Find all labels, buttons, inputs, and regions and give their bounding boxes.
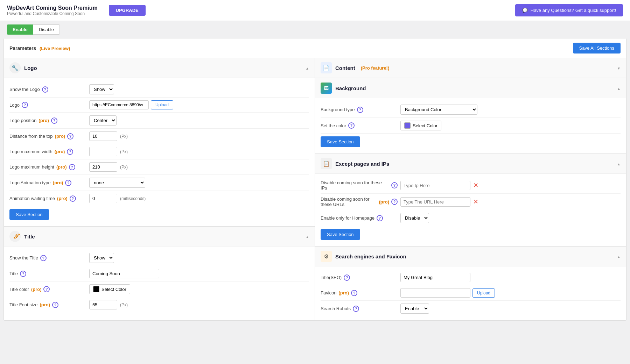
logo-maxheight-input[interactable] bbox=[89, 162, 117, 172]
title-value-help-icon[interactable]: ? bbox=[20, 271, 26, 277]
logo-upload-button[interactable]: Upload bbox=[151, 100, 173, 109]
except-ips-label-wrap: Disable coming soon for these IPs ? bbox=[321, 180, 398, 191]
logo-maxwidth-help-icon[interactable]: ? bbox=[67, 149, 73, 155]
logo-show-help-icon[interactable]: ? bbox=[42, 86, 48, 93]
title-color-help-icon[interactable]: ? bbox=[43, 286, 50, 292]
logo-anim-select[interactable]: none fade slide bounce bbox=[89, 178, 145, 188]
seo-robots-controls: Enable Disable bbox=[400, 304, 621, 314]
logo-save-section-button[interactable]: Save Section bbox=[9, 209, 49, 220]
title-section-body: Show the Title ? Show Hide bbox=[4, 247, 315, 316]
seo-favicon-input[interactable] bbox=[400, 288, 470, 298]
except-homepage-controls: Disable Enable bbox=[400, 213, 621, 223]
title-show-help-icon[interactable]: ? bbox=[40, 255, 47, 261]
except-urls-help-icon[interactable]: ? bbox=[391, 199, 398, 205]
params-title-wrap: Parameters (Live Preview) bbox=[9, 45, 70, 51]
content-section-header[interactable]: 📄 Content (Pro feature!) bbox=[315, 58, 626, 78]
logo-url-help-icon[interactable]: ? bbox=[22, 102, 28, 108]
seo-title-row: Title(SEO) ? bbox=[321, 270, 621, 285]
logo-icon-symbol: 🔧 bbox=[12, 65, 19, 71]
main-container: Parameters (Live Preview) Save All Secti… bbox=[4, 38, 626, 321]
bg-color-button[interactable]: Select Color bbox=[400, 121, 441, 130]
logo-anim-controls: none fade slide bounce bbox=[89, 178, 309, 188]
logo-position-row: Logo position (pro) ? Center Left Right bbox=[9, 113, 309, 129]
logo-animwait-pro: (pro) bbox=[57, 196, 68, 201]
logo-maxheight-label-wrap: Logo maximum height (pro) ? bbox=[9, 164, 86, 170]
support-button[interactable]: 💬 Have any Questions? Get a quick suppor… bbox=[515, 4, 623, 16]
content-section-header-left: 📄 Content (Pro feature!) bbox=[321, 62, 389, 73]
title-section-header[interactable]: 𝒯 Title bbox=[4, 227, 315, 247]
background-chevron-up-icon bbox=[617, 86, 621, 91]
upgrade-button[interactable]: UPGRADE bbox=[109, 5, 146, 16]
background-section-title: Background bbox=[335, 85, 366, 91]
enable-button[interactable]: Enable bbox=[7, 24, 33, 35]
left-column: 🔧 Logo Show the Logo ? bbox=[4, 58, 315, 320]
seo-robots-select[interactable]: Enable Disable bbox=[400, 304, 429, 314]
except-homepage-help-icon[interactable]: ? bbox=[377, 215, 383, 221]
title-section-panel: 𝒯 Title Show the Title ? bbox=[4, 227, 315, 316]
title-value-input[interactable] bbox=[89, 269, 159, 278]
except-urls-input[interactable] bbox=[400, 197, 470, 207]
logo-position-controls: Center Left Right bbox=[89, 115, 309, 126]
seo-section-header[interactable]: ⚙ Search engines and Favicon bbox=[315, 247, 626, 266]
seo-favicon-pro: (pro) bbox=[339, 290, 349, 295]
title-color-button[interactable]: Select Color bbox=[89, 284, 130, 294]
logo-distance-input[interactable] bbox=[89, 131, 117, 141]
bg-color-row: Set the color ? Select Color bbox=[321, 118, 621, 134]
title-icon: 𝒯 bbox=[9, 231, 21, 242]
logo-show-select[interactable]: Show Hide bbox=[89, 84, 114, 94]
except-section-title: Except pages and IPs bbox=[335, 161, 389, 167]
seo-robots-help-icon[interactable]: ? bbox=[353, 306, 359, 312]
logo-animwait-input[interactable] bbox=[89, 194, 117, 203]
seo-favicon-controls: Upload bbox=[400, 288, 621, 298]
title-show-select[interactable]: Show Hide bbox=[89, 253, 114, 263]
title-fontsize-help-icon[interactable]: ? bbox=[52, 302, 58, 308]
save-all-sections-button[interactable]: Save All Sections bbox=[573, 43, 621, 53]
logo-position-select[interactable]: Center Left Right bbox=[89, 115, 117, 126]
title-show-label: Show the Title bbox=[9, 255, 38, 260]
background-section-panel: 🖼 Background Background type ? bbox=[315, 78, 626, 154]
logo-section-header[interactable]: 🔧 Logo bbox=[4, 58, 315, 78]
except-save-section-button[interactable]: Save Section bbox=[321, 229, 360, 240]
except-ips-controls: ✕ bbox=[400, 181, 621, 190]
except-ips-delete-button[interactable]: ✕ bbox=[472, 181, 480, 189]
disable-button[interactable]: Disable bbox=[33, 24, 60, 35]
support-icon: 💬 bbox=[522, 8, 528, 13]
except-urls-delete-button[interactable]: ✕ bbox=[472, 198, 480, 206]
bg-type-select[interactable]: Background Color Image Video Gradient bbox=[400, 105, 477, 115]
logo-url-input[interactable] bbox=[89, 100, 149, 109]
title-fontsize-input[interactable] bbox=[89, 300, 117, 309]
bg-type-label-wrap: Background type ? bbox=[321, 107, 398, 113]
background-save-section-button[interactable]: Save Section bbox=[321, 136, 360, 147]
logo-url-controls: Upload bbox=[89, 100, 309, 109]
logo-maxheight-help-icon[interactable]: ? bbox=[69, 164, 75, 170]
logo-position-help-icon[interactable]: ? bbox=[51, 117, 57, 124]
title-chevron-up-icon bbox=[306, 234, 309, 239]
seo-title-input[interactable] bbox=[400, 273, 470, 282]
except-homepage-label: Enable only for Homepage bbox=[321, 215, 374, 221]
logo-position-label-wrap: Logo position (pro) ? bbox=[9, 117, 86, 124]
logo-distance-help-icon[interactable]: ? bbox=[67, 133, 74, 140]
logo-maxwidth-input[interactable] bbox=[89, 147, 117, 156]
content-icon: 📄 bbox=[321, 62, 332, 73]
logo-anim-help-icon[interactable]: ? bbox=[65, 180, 71, 186]
title-icon-symbol: 𝒯 bbox=[13, 233, 17, 240]
seo-title-help-icon[interactable]: ? bbox=[344, 274, 350, 281]
title-color-label-text: Select Color bbox=[102, 287, 126, 292]
content-pro-feature: (Pro feature!) bbox=[361, 65, 390, 71]
logo-maxwidth-px: (Px) bbox=[120, 149, 128, 154]
background-section-header[interactable]: 🖼 Background bbox=[315, 78, 626, 98]
except-ips-help-icon[interactable]: ? bbox=[391, 182, 398, 188]
bg-color-help-icon[interactable]: ? bbox=[348, 122, 355, 129]
logo-section-header-left: 🔧 Logo bbox=[9, 62, 37, 73]
brand-subtitle: Powerful and Customizable Coming Soon bbox=[7, 11, 98, 16]
bg-type-help-icon[interactable]: ? bbox=[357, 107, 363, 113]
seo-favicon-help-icon[interactable]: ? bbox=[351, 290, 357, 296]
seo-favicon-upload-button[interactable]: Upload bbox=[472, 288, 495, 298]
except-chevron-up-icon bbox=[617, 161, 621, 166]
title-value-row: Title ? bbox=[9, 266, 309, 281]
except-ips-input[interactable] bbox=[400, 181, 470, 190]
live-preview-link[interactable]: (Live Preview) bbox=[40, 46, 70, 51]
logo-animwait-help-icon[interactable]: ? bbox=[70, 195, 76, 202]
except-homepage-select[interactable]: Disable Enable bbox=[400, 213, 429, 223]
except-section-header[interactable]: 📋 Except pages and IPs bbox=[315, 154, 626, 174]
